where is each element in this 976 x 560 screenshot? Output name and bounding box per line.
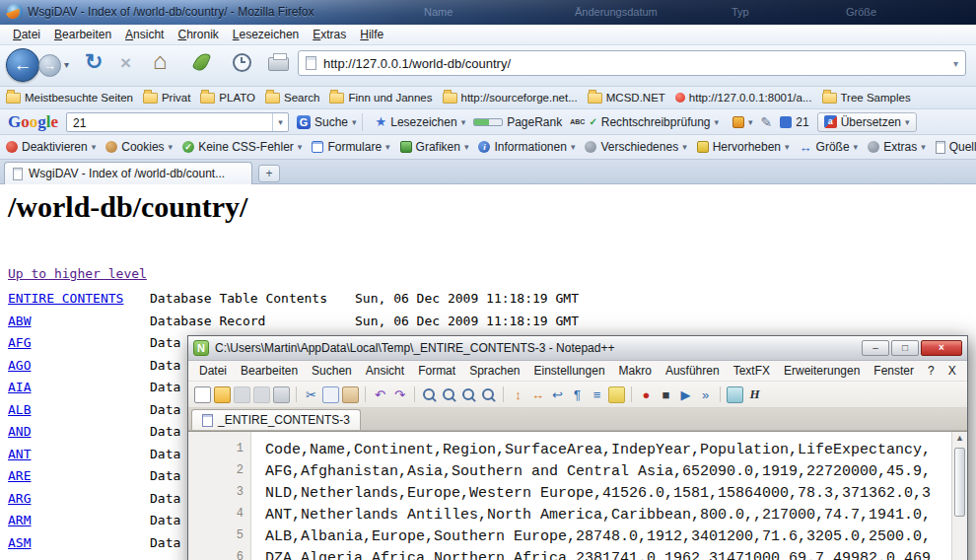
bookmark-most-visited[interactable]: Meistbesuchte Seiten [6, 92, 133, 104]
new-file-icon[interactable] [194, 386, 211, 403]
bookmark-localhost-8001[interactable]: http://127.0.0.1:8001/a... [675, 92, 812, 104]
undo-icon[interactable]: ↶ [372, 386, 388, 403]
paste-icon[interactable] [342, 386, 359, 403]
url-input[interactable]: http://127.0.0.1/world-db/country/ [323, 56, 511, 71]
home-button[interactable]: ⌂ [153, 47, 168, 75]
copy-icon[interactable] [322, 386, 339, 403]
reload-button[interactable]: ↻ [85, 49, 103, 75]
entry-link[interactable]: ASM [8, 535, 31, 550]
replace-icon[interactable] [441, 386, 457, 403]
save-all-icon[interactable] [253, 386, 270, 403]
vertical-scrollbar[interactable]: ▲ [951, 432, 967, 560]
stop-macro-icon[interactable]: ■ [658, 386, 674, 403]
bookmark-finn-und-jannes[interactable]: Finn und Jannes [329, 92, 432, 104]
entry-link[interactable]: ENTIRE CONTENTS [8, 291, 123, 306]
code-line[interactable]: Code,Name,Continent,Region,SurfaceArea,I… [265, 442, 931, 458]
entry-link[interactable]: AGO [8, 358, 31, 373]
zoom-in-icon[interactable] [460, 386, 477, 403]
scroll-up-icon[interactable]: ▲ [952, 433, 967, 443]
spellcheck-button[interactable]: ABC✓Rechtschreibprüfung▾ [570, 115, 719, 129]
npp-menu-ansicht[interactable]: Ansicht [359, 362, 411, 380]
code-line[interactable]: NLD,Netherlands,Europe,Western Europe,41… [265, 485, 931, 502]
menu-extras[interactable]: Extras [306, 26, 353, 43]
npp-menu-sprachen[interactable]: Sprachen [462, 362, 526, 380]
user-dialog-icon[interactable] [608, 386, 625, 403]
counter-indicator[interactable]: 21 [780, 115, 808, 129]
npp-menu-fenster[interactable]: Fenster [867, 362, 921, 380]
url-dropdown-icon[interactable]: ▾ [953, 58, 958, 69]
zoom-out-icon[interactable] [480, 386, 497, 403]
npp-menu-format[interactable]: Format [411, 362, 462, 380]
chevron-down-icon[interactable]: ▾ [854, 142, 859, 152]
entry-link[interactable]: ARE [8, 468, 31, 483]
webdev-css-errors[interactable]: ✓Keine CSS-Fehler▾ [182, 140, 302, 154]
menu-chronik[interactable]: Chronik [171, 26, 225, 43]
code-line[interactable]: ALB,Albania,Europe,Southern Europe,28748… [265, 528, 931, 545]
entry-link[interactable]: ARG [8, 491, 31, 506]
tab-wsgidav[interactable]: WsgiDAV - Index of /world-db/count... [4, 162, 252, 184]
play-macro-icon[interactable]: ▶ [677, 386, 694, 403]
webdev-cookies[interactable]: Cookies▾ [105, 140, 173, 154]
cut-icon[interactable]: ✂ [303, 386, 319, 403]
entry-link[interactable]: AFG [8, 335, 31, 350]
firefox-titlebar[interactable]: Name Änderungsdatum Typ Größe WsgiDAV - … [0, 0, 976, 25]
word-wrap-icon[interactable]: ↩ [549, 386, 566, 403]
translate-button[interactable]: aÜbersetzen▾ [817, 112, 917, 132]
menu-datei[interactable]: Datei [6, 26, 47, 43]
bookmark-tree-samples[interactable]: Tree Samples [822, 92, 911, 104]
search-dropdown-icon[interactable]: ▾ [272, 113, 288, 131]
redo-icon[interactable]: ↷ [391, 386, 408, 403]
chevron-down-icon[interactable]: ▾ [905, 117, 910, 127]
chevron-down-icon[interactable]: ▾ [464, 142, 469, 152]
chevron-down-icon[interactable]: ▾ [748, 117, 753, 127]
sidewiki-button[interactable]: ▾ [732, 116, 753, 128]
chevron-down-icon[interactable]: ▾ [715, 117, 720, 127]
chevron-down-icon[interactable]: ▾ [169, 142, 174, 152]
forward-button[interactable]: → [38, 54, 61, 77]
menu-hilfe[interactable]: Hilfe [353, 26, 390, 43]
chevron-down-icon[interactable]: ▾ [682, 142, 687, 152]
indent-guide-icon[interactable]: ≡ [589, 386, 605, 403]
chevron-down-icon[interactable]: ▾ [461, 117, 466, 127]
webdev-miscellaneous[interactable]: Verschiedenes▾ [585, 140, 686, 154]
entry-link[interactable]: AIA [8, 380, 31, 394]
entry-link[interactable]: ALB [8, 402, 31, 417]
bookmark-search[interactable]: Search [265, 92, 319, 104]
webdev-forms[interactable]: Formulare▾ [312, 140, 389, 154]
menu-bearbeiten[interactable]: Bearbeiten [47, 26, 118, 43]
chevron-down-icon[interactable]: ▾ [785, 142, 790, 152]
menu-ansicht[interactable]: Ansicht [118, 26, 171, 43]
npp-menu-textfx[interactable]: TextFX [727, 362, 777, 380]
npp-menu-einstellungen[interactable]: Einstellungen [527, 362, 612, 380]
open-folder-icon[interactable] [214, 386, 231, 403]
chevron-down-icon[interactable]: ▾ [571, 142, 576, 152]
npp-menu-ausfuehren[interactable]: Ausführen [659, 362, 727, 380]
document-tab[interactable]: _ENTIRE_CONTENTS-3 [191, 409, 361, 430]
npp-menu-erweiterungen[interactable]: Erweiterungen [777, 362, 867, 380]
bookmark-sourceforge[interactable]: http://sourceforge.net... [443, 92, 578, 104]
chevron-down-icon[interactable]: ▾ [92, 142, 97, 152]
scrollbar-thumb[interactable] [954, 448, 965, 517]
npp-menu-x[interactable]: X [941, 362, 963, 380]
find-icon[interactable] [421, 386, 438, 403]
back-button[interactable]: ← [6, 48, 39, 82]
npp-menu-makro[interactable]: Makro [612, 362, 659, 380]
chevron-down-icon[interactable]: ▾ [352, 117, 357, 127]
fullscreen-icon[interactable] [727, 386, 743, 403]
new-tab-button[interactable]: + [258, 165, 280, 182]
close-button[interactable]: × [921, 340, 962, 356]
html-view-icon[interactable]: H [746, 386, 763, 403]
editor-area[interactable]: 1 2 3 4 5 6 Code,Name,Continent,Region,S… [188, 431, 967, 560]
code-line[interactable]: DZA,Algeria,Africa,Northern Africa,23817… [265, 550, 931, 560]
feather-icon[interactable] [192, 50, 212, 73]
chevron-down-icon[interactable]: ▾ [298, 142, 303, 152]
webdev-source[interactable]: Quellte▾ [936, 140, 976, 154]
npp-menu-bearbeiten[interactable]: Bearbeiten [234, 362, 305, 380]
bookmark-privat[interactable]: Privat [143, 92, 190, 104]
entry-link[interactable]: ABW [8, 314, 31, 328]
code-line[interactable]: ANT,Netherlands Antilles,North America,C… [265, 507, 931, 524]
google-bookmarks-button[interactable]: ★Lesezeichen▾ [376, 114, 466, 129]
sync-vertical-icon[interactable]: ↕ [510, 386, 526, 403]
webdev-resize[interactable]: ↔Größe▾ [800, 140, 859, 155]
save-icon[interactable] [234, 386, 250, 403]
